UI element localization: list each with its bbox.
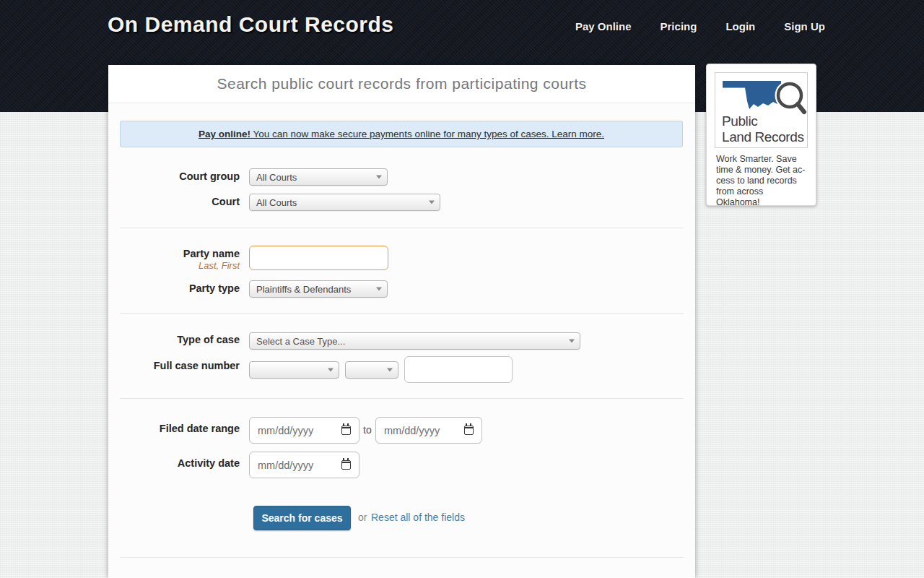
party-name-input[interactable]	[249, 246, 388, 270]
court-group-value: All Courts	[256, 172, 297, 183]
chevron-down-icon	[376, 176, 382, 179]
or-text: or	[358, 512, 367, 523]
party-type-value: Plaintiffs & Defendants	[256, 284, 351, 295]
logo-line-2: Land Records	[722, 129, 807, 145]
party-name-label: Party name	[120, 248, 240, 259]
pay-online-link-text: You can now make secure payments online …	[250, 129, 604, 139]
nav-pay-online[interactable]: Pay Online	[575, 20, 632, 33]
chevron-down-icon	[429, 201, 435, 204]
oklahoma-magnifier-icon	[715, 76, 807, 118]
date-range-joiner: to	[363, 424, 372, 436]
logo-line-1: Public	[722, 113, 807, 129]
calendar-icon[interactable]	[464, 426, 474, 435]
date-placeholder: mm/dd/yyyy	[384, 425, 440, 436]
card-header: Search public court records from partici…	[108, 65, 695, 103]
pay-online-link[interactable]: Pay online! You can now make secure paym…	[199, 129, 604, 139]
chevron-down-icon	[376, 288, 382, 291]
calendar-icon[interactable]	[341, 460, 351, 470]
chevron-down-icon	[569, 340, 575, 343]
date-placeholder: mm/dd/yyyy	[258, 460, 313, 471]
nav-login[interactable]: Login	[725, 20, 755, 33]
section-divider	[120, 557, 684, 558]
search-form: Pay online! You can now make secure paym…	[108, 103, 695, 577]
activity-date-input[interactable]: mm/dd/yyyy	[249, 452, 359, 478]
activity-date-label: Activity date	[120, 457, 240, 469]
section-divider	[120, 398, 684, 399]
reset-fields-link[interactable]: Reset all of the fields	[371, 512, 465, 523]
search-for-cases-button[interactable]: Search for cases	[253, 506, 351, 530]
date-placeholder: mm/dd/yyyy	[258, 425, 313, 436]
nav-sign-up[interactable]: Sign Up	[784, 20, 825, 33]
party-name-hint: Last, First	[120, 260, 240, 271]
section-divider	[120, 313, 684, 314]
chevron-down-icon	[328, 368, 334, 372]
nav-pricing[interactable]: Pricing	[661, 20, 697, 33]
court-group-select[interactable]: All Courts	[249, 168, 388, 186]
pay-online-alert: Pay online! You can now make secure paym…	[120, 121, 683, 147]
party-type-label: Party type	[120, 282, 240, 294]
calendar-icon[interactable]	[341, 426, 351, 435]
search-card: Search public court records from partici…	[108, 65, 695, 578]
chevron-down-icon	[387, 368, 393, 372]
logo-wordmark: Public Land Records	[715, 113, 807, 145]
party-type-select[interactable]: Plaintiffs & Defendants	[249, 280, 388, 298]
case-number-label: Full case number	[120, 360, 240, 371]
court-select[interactable]: All Courts	[249, 194, 440, 211]
pay-online-link-bold: Pay online!	[199, 129, 250, 139]
case-number-year-select[interactable]	[249, 361, 339, 379]
section-divider	[120, 228, 684, 228]
filed-date-from-input[interactable]: mm/dd/yyyy	[249, 417, 359, 444]
widget-description: Work Smarter. Save time & money. Get ac-…	[716, 154, 808, 207]
public-land-records-widget: Public Land Records Work Smarter. Save t…	[706, 64, 816, 206]
brand-logo[interactable]: On Demand Court Records	[108, 12, 394, 37]
case-number-input[interactable]	[404, 356, 513, 383]
case-type-label: Type of case	[120, 334, 240, 345]
top-navigation: Pay Online Pricing Login Sign Up	[575, 20, 825, 33]
case-number-prefix-select[interactable]	[345, 361, 398, 379]
page-title: Search public court records from partici…	[217, 75, 586, 92]
filed-date-label: Filed date range	[120, 423, 240, 434]
filed-date-to-input[interactable]: mm/dd/yyyy	[375, 417, 482, 444]
court-group-label: Court group	[120, 171, 240, 182]
public-land-records-logo[interactable]: Public Land Records	[715, 72, 808, 148]
court-value: All Courts	[256, 197, 297, 208]
case-type-select[interactable]: Select a Case Type...	[249, 332, 580, 350]
case-type-value: Select a Case Type...	[256, 336, 345, 347]
court-label: Court	[120, 196, 240, 207]
